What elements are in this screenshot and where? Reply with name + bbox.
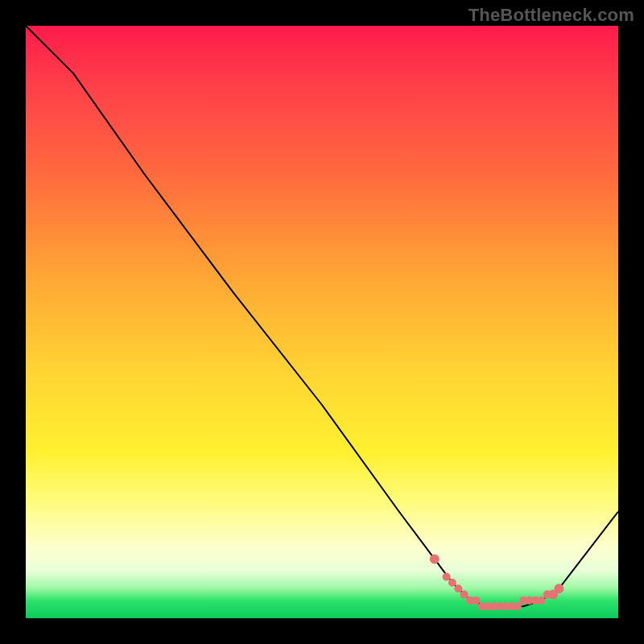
watermark-text: TheBottleneck.com xyxy=(469,5,634,26)
marker-dot xyxy=(448,579,456,587)
marker-dot xyxy=(554,584,564,593)
chart-frame: TheBottleneck.com xyxy=(0,0,644,644)
chart-svg xyxy=(26,26,618,618)
marker-dot xyxy=(443,573,451,581)
marker-dot xyxy=(514,602,522,610)
marker-dot xyxy=(537,597,545,605)
bottleneck-curve xyxy=(26,26,618,606)
marker-dot xyxy=(460,591,469,599)
marker-dot xyxy=(472,597,480,605)
plot-area xyxy=(26,26,618,618)
marker-dot xyxy=(454,584,462,592)
marker-dot xyxy=(430,554,440,564)
flat-region-dots xyxy=(430,554,564,610)
